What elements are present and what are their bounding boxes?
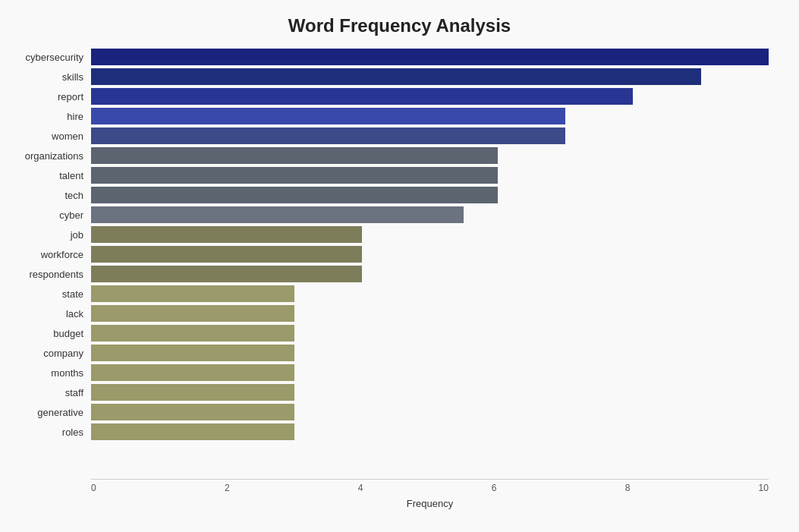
bar-row: cyber [91, 206, 769, 223]
bar-track [91, 266, 769, 282]
x-tick: 8 [625, 483, 631, 493]
bar-fill [91, 68, 701, 85]
bar-row: organizations [91, 147, 769, 164]
x-tick: 2 [225, 483, 230, 493]
bar-track [91, 206, 769, 223]
bar-fill [91, 285, 294, 302]
bar-fill [91, 423, 294, 440]
x-axis-label: Frequency [91, 498, 769, 509]
bar-row: talent [91, 167, 769, 184]
x-axis-line [91, 479, 769, 480]
bar-fill [91, 167, 498, 184]
bar-label: company [8, 348, 91, 359]
bar-track [91, 108, 769, 124]
bar-label: generative [8, 407, 91, 418]
bar-label: cyber [8, 209, 91, 221]
bar-track [91, 147, 769, 164]
bar-label: organizations [8, 150, 91, 162]
bar-label: workforce [8, 249, 91, 260]
bar-track [91, 423, 769, 440]
x-tick: 4 [358, 483, 363, 493]
bar-fill [91, 266, 362, 282]
x-tick: 10 [759, 483, 769, 493]
x-tick: 6 [492, 483, 497, 493]
bar-row: women [91, 127, 769, 144]
bar-label: report [8, 91, 91, 102]
bar-label: cybersecurity [8, 52, 91, 63]
bar-row: job [91, 226, 769, 243]
x-tick: 0 [91, 483, 96, 493]
bar-label: hire [8, 111, 91, 122]
bar-row: skills [91, 68, 769, 85]
bar-fill [91, 384, 294, 401]
bar-row: roles [91, 423, 769, 440]
bar-fill [91, 88, 633, 105]
bar-row: cybersecurity [91, 49, 769, 65]
chart-area: cybersecurityskillsreporthirewomenorgani… [91, 49, 769, 452]
bar-fill [91, 108, 565, 124]
bar-track [91, 384, 769, 401]
bar-track [91, 167, 769, 184]
bar-fill [91, 187, 498, 203]
bar-track [91, 68, 769, 85]
bar-row: budget [91, 325, 769, 342]
bar-fill [91, 364, 294, 381]
bar-fill [91, 404, 294, 420]
bar-track [91, 226, 769, 243]
bar-row: months [91, 364, 769, 381]
bar-fill [91, 127, 565, 144]
bar-fill [91, 345, 294, 361]
chart-title: Word Frequency Analysis [30, 15, 769, 36]
bar-track [91, 325, 769, 342]
bar-label: skills [8, 71, 91, 83]
bar-fill [91, 206, 464, 223]
bar-row: company [91, 345, 769, 361]
bar-track [91, 364, 769, 381]
bar-label: respondents [8, 269, 91, 280]
bar-fill [91, 49, 769, 65]
bar-track [91, 246, 769, 263]
bar-fill [91, 147, 498, 164]
bar-label: women [8, 131, 91, 142]
bar-track [91, 187, 769, 203]
bar-row: generative [91, 404, 769, 420]
bar-row: respondents [91, 266, 769, 282]
bar-row: workforce [91, 246, 769, 263]
x-axis: 0246810 Frequency [91, 479, 769, 509]
bar-fill [91, 305, 294, 322]
bar-track [91, 404, 769, 420]
bar-track [91, 127, 769, 144]
bar-label: months [8, 367, 91, 379]
chart-container: Word Frequency Analysis cybersecurityski… [0, 0, 799, 532]
bar-label: tech [8, 190, 91, 201]
bar-label: state [8, 288, 91, 300]
bar-fill [91, 226, 362, 243]
bar-row: staff [91, 384, 769, 401]
bar-row: state [91, 285, 769, 302]
bar-label: roles [8, 427, 91, 438]
bar-track [91, 49, 769, 65]
bar-row: lack [91, 305, 769, 322]
bar-fill [91, 246, 362, 263]
bar-track [91, 305, 769, 322]
bar-row: hire [91, 108, 769, 124]
bar-row: report [91, 88, 769, 105]
bar-track [91, 285, 769, 302]
bar-label: staff [8, 387, 91, 398]
x-axis-ticks: 0246810 [91, 483, 769, 493]
bar-track [91, 345, 769, 361]
bar-fill [91, 325, 294, 342]
bar-track [91, 88, 769, 105]
bar-label: budget [8, 328, 91, 339]
bar-label: lack [8, 308, 91, 320]
bar-label: talent [8, 170, 91, 181]
bar-row: tech [91, 187, 769, 203]
bar-label: job [8, 229, 91, 241]
